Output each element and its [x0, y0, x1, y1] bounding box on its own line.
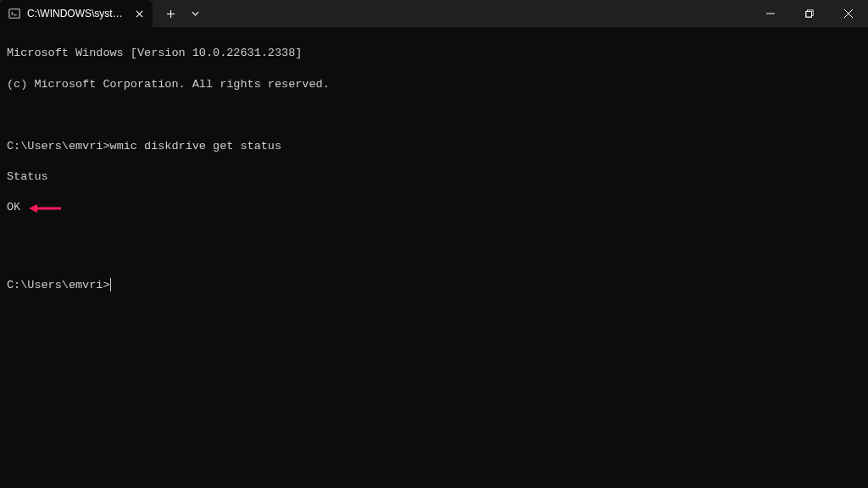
svg-rect-8 — [806, 12, 812, 18]
tab-close-button[interactable] — [132, 7, 146, 20]
minimize-button[interactable] — [751, 0, 790, 27]
output-value: OK — [7, 201, 20, 214]
blank-line — [7, 247, 861, 262]
command-line: C:\Users\emvri>wmic diskdrive get status — [7, 139, 861, 154]
new-tab-button[interactable] — [158, 3, 183, 24]
prompt-text: C:\Users\emvri> — [7, 278, 110, 293]
command-text: wmic diskdrive get status — [110, 140, 282, 152]
svg-marker-13 — [29, 204, 37, 213]
blank-line — [7, 108, 861, 123]
titlebar-left: C:\WINDOWS\system32\cmd. — [0, 0, 205, 27]
output-value-line: OK — [7, 200, 20, 215]
tab-title: C:\WINDOWS\system32\cmd. — [27, 8, 125, 19]
tab-active[interactable]: C:\WINDOWS\system32\cmd. — [0, 0, 153, 27]
prompt-text: C:\Users\emvri> — [7, 140, 110, 152]
cmd-icon — [8, 8, 20, 19]
output-line: Microsoft Windows [Version 10.0.22631.23… — [7, 46, 861, 61]
blank-line — [7, 216, 861, 231]
svg-rect-0 — [9, 9, 19, 19]
output-line: (c) Microsoft Corporation. All rights re… — [7, 77, 861, 92]
output-header: Status — [7, 169, 861, 185]
title-bar: C:\WINDOWS\system32\cmd. — [0, 0, 868, 27]
tab-dropdown-button[interactable] — [185, 3, 205, 24]
window-controls — [751, 0, 868, 27]
prompt-line: C:\Users\emvri> — [7, 278, 861, 293]
terminal-output[interactable]: Microsoft Windows [Version 10.0.22631.23… — [0, 27, 868, 312]
close-button[interactable] — [829, 0, 868, 27]
text-cursor — [110, 278, 112, 291]
maximize-button[interactable] — [790, 0, 829, 27]
